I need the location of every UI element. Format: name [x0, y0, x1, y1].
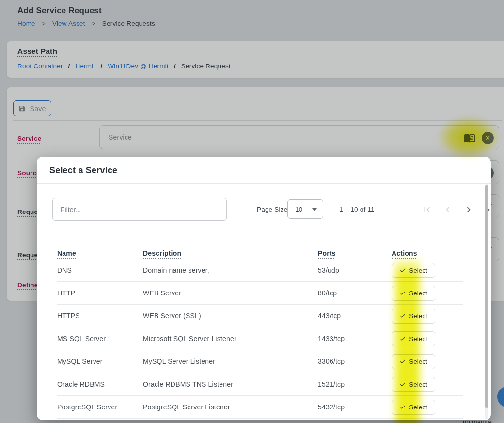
service-description: MySQL Server Listener [143, 358, 318, 365]
service-name: HTTP [57, 289, 143, 297]
table-row-mysql-server: MySQL Server MySQL Server Listener 3306/… [57, 350, 463, 373]
table-row-postgresql-server: PostgreSQL Server PostgreSQL Server List… [57, 396, 463, 419]
select-button-label: Select [409, 335, 427, 342]
service-ports: 5432/tcp [318, 403, 392, 411]
select-button-label: Select [409, 312, 427, 320]
first-page-button[interactable] [421, 204, 433, 216]
dialog-scrollbar-thumb[interactable] [485, 185, 488, 408]
chevron-right-icon [463, 204, 474, 215]
page-size-select[interactable]: 10 [287, 199, 323, 219]
service-description: WEB Server [143, 289, 318, 297]
service-ports: 53/udp [318, 266, 392, 274]
service-ports: 1521/tcp [318, 380, 392, 388]
page-size-label: Page Size [257, 206, 287, 213]
service-description: Microsoft SQL Server Listener [143, 335, 318, 342]
select-service-button[interactable]: Select [392, 377, 435, 392]
service-name: DNS [57, 266, 143, 274]
service-description: PostgreSQL Server Listener [143, 403, 318, 411]
next-page-button[interactable] [462, 204, 475, 216]
filter-field [52, 198, 227, 221]
check-icon [399, 335, 406, 342]
page-size-value: 10 [295, 206, 302, 213]
select-button-label: Select [409, 290, 427, 297]
column-header-ports[interactable]: Ports [318, 249, 392, 257]
service-name: MS SQL Server [57, 335, 143, 342]
table-row-ms-sql-server: MS SQL Server Microsoft SQL Server Liste… [57, 327, 463, 350]
column-header-description[interactable]: Description [143, 249, 318, 257]
check-icon [399, 381, 406, 388]
column-header-actions[interactable]: Actions [392, 249, 463, 257]
caret-down-icon [312, 208, 317, 211]
select-service-button[interactable]: Select [392, 309, 435, 324]
service-name: MySQL Server [57, 358, 143, 365]
select-service-button[interactable]: Select [392, 400, 435, 415]
service-ports: 443/tcp [318, 312, 392, 320]
table-row-http: HTTP WEB Server 80/tcp Select [57, 282, 463, 305]
check-icon [399, 358, 406, 365]
select-button-label: Select [409, 267, 427, 274]
select-service-button[interactable]: Select [392, 263, 435, 278]
service-description: WEB Server (SSL) [143, 312, 318, 320]
first-page-icon [422, 204, 432, 215]
pagination-range: 1 – 10 of 11 [339, 206, 375, 213]
service-ports: 3306/tcp [318, 358, 392, 365]
table-row-https: HTTPS WEB Server (SSL) 443/tcp Select [57, 305, 463, 327]
service-ports: 80/tcp [318, 289, 392, 297]
service-name: Oracle RDBMS [57, 380, 143, 388]
select-button-label: Select [409, 381, 427, 388]
table-row-oracle-rdbms: Oracle RDBMS Oracle RDBMS TNS Listener 1… [57, 373, 463, 396]
dialog-divider [37, 183, 491, 184]
previous-page-button[interactable] [441, 204, 454, 216]
service-description: Domain name server, [143, 266, 318, 274]
service-name: PostgreSQL Server [57, 403, 143, 411]
chevron-left-icon [442, 204, 453, 215]
table-row-dns: DNS Domain name server, 53/udp Select [57, 259, 463, 282]
select-service-button[interactable]: Select [392, 331, 435, 346]
column-header-name[interactable]: Name [57, 249, 143, 257]
dialog-title: Select a Service [49, 165, 117, 176]
select-service-button[interactable]: Select [392, 354, 435, 369]
filter-input[interactable] [53, 198, 226, 220]
select-button-label: Select [409, 358, 427, 365]
table-header-row: Name Description Ports Actions [57, 247, 463, 260]
select-button-label: Select [409, 404, 427, 411]
service-name: HTTPS [57, 312, 143, 320]
check-icon [399, 312, 406, 319]
select-service-button[interactable]: Select [392, 286, 435, 301]
service-ports: 1433/tcp [318, 335, 392, 342]
check-icon [399, 267, 406, 274]
select-service-dialog: Select a Service Page Size 10 1 – 10 of … [37, 157, 491, 420]
service-description: Oracle RDBMS TNS Listener [143, 380, 318, 388]
dialog-scrollbar-track[interactable] [485, 184, 488, 419]
check-icon [399, 404, 406, 410]
check-icon [399, 290, 406, 296]
